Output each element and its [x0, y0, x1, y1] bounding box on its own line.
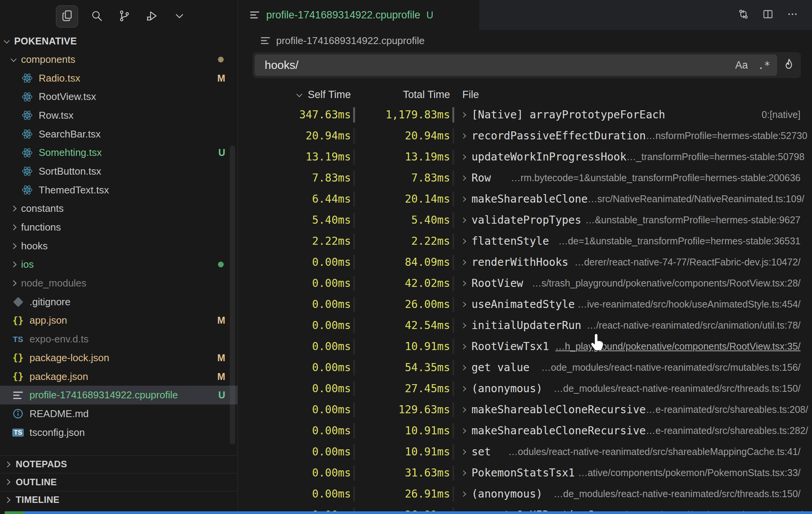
- profile-row[interactable]: 6.44ms20.14msmakeShareableClone…src/Nati…: [238, 188, 812, 210]
- compare-changes-icon[interactable]: [738, 8, 749, 21]
- file-location-link[interactable]: …src/NativeReanimated/NativeReanimated.t…: [588, 193, 812, 205]
- expand-chevron-icon[interactable]: [461, 386, 466, 391]
- tree-file-searchbar-tsx[interactable]: SearchBar.tsx: [0, 125, 237, 144]
- panel-notepads[interactable]: NOTEPADS: [0, 455, 237, 473]
- profile-row[interactable]: 20.94ms20.94msrecordPassiveEffectDuratio…: [238, 125, 812, 146]
- split-editor-icon[interactable]: [762, 8, 774, 21]
- expand-chevron-icon[interactable]: [461, 196, 466, 201]
- tree-file-radio-tsx[interactable]: Radio.tsxM: [0, 69, 237, 88]
- file-location-link[interactable]: …ode_modules/react-native-reanimated/src…: [541, 362, 812, 373]
- file-location-link[interactable]: …de_modules/react-native-reanimated/src/…: [553, 383, 812, 394]
- expand-chevron-icon[interactable]: [461, 175, 466, 180]
- profile-row[interactable]: 2.22ms2.22msflattenStyle…de=1&unstable_t…: [238, 231, 812, 252]
- tree-file-tsconfig-json[interactable]: TStsconfig.json: [0, 423, 237, 442]
- tree-file-readme-md[interactable]: README.md: [0, 404, 237, 423]
- profile-row[interactable]: 0.00ms42.54msinitialUpdaterRun…/react-na…: [238, 315, 812, 336]
- tree-file-expo-env-d-ts[interactable]: TSexpo-env.d.ts: [0, 330, 237, 349]
- tree-folder-ios[interactable]: ios: [0, 255, 237, 274]
- file-location-link[interactable]: …e-reanimated/src/shareables.ts:282/: [646, 425, 812, 436]
- activity-explorer-button[interactable]: [56, 5, 78, 28]
- profile-row[interactable]: 7.83ms7.83msRow…rm.bytecode=1&unstable_t…: [238, 167, 812, 188]
- profile-row[interactable]: 0.00ms10.91msset…odules/react-native-rea…: [238, 441, 812, 462]
- tree-file-app-json[interactable]: {}app.jsonM: [0, 311, 237, 330]
- sidebar-scrollbar[interactable]: [230, 146, 235, 444]
- expand-chevron-icon[interactable]: [461, 259, 466, 265]
- file-location-link[interactable]: …s/trash_playground/pokenative/component…: [532, 278, 812, 289]
- flame-graph-toggle[interactable]: [777, 58, 801, 72]
- expand-chevron-icon[interactable]: [461, 112, 466, 117]
- file-location-link[interactable]: …e-reanimated/src/shareables.ts:208/: [646, 404, 812, 415]
- activity-debug-button[interactable]: [142, 7, 161, 26]
- tree-file-rootview-tsx[interactable]: RootView.tsx: [0, 87, 237, 106]
- tab-cpuprofile[interactable]: profile-1741689314922.cpuprofile U: [238, 0, 479, 30]
- match-case-toggle[interactable]: Aa: [735, 59, 748, 71]
- activity-source-control-button[interactable]: [115, 7, 133, 26]
- expand-chevron-icon[interactable]: [461, 238, 466, 244]
- file-location-link[interactable]: …&unstable_transformProfile=hermes-stabl…: [585, 214, 812, 226]
- tree-file-package-json[interactable]: {}package.jsonM: [0, 367, 237, 386]
- breadcrumb[interactable]: profile-1741689314922.cpuprofile: [238, 30, 812, 51]
- panel-outline[interactable]: OUTLINE: [0, 473, 237, 491]
- file-location-link[interactable]: …ative/components/pokemon/PokemonStats.t…: [578, 467, 812, 478]
- profile-row[interactable]: 0.00ms26.91ms(anonymous)…de_modules/reac…: [238, 483, 812, 504]
- profile-row[interactable]: 347.63ms1,179.83ms[Native] arrayPrototyp…: [238, 104, 812, 125]
- file-location-link[interactable]: …h_playground/pokenative/components/Root…: [555, 341, 812, 352]
- expand-chevron-icon[interactable]: [461, 470, 466, 475]
- tree-file--gitignore[interactable]: .gitignore: [0, 293, 237, 311]
- file-location-link[interactable]: …/react-native-reanimated/src/animation/…: [586, 320, 812, 331]
- tree-file-sortbutton-tsx[interactable]: SortButton.tsx: [0, 162, 237, 181]
- expand-chevron-icon[interactable]: [461, 280, 466, 286]
- file-location-link[interactable]: …de=1&unstable_transformProfile=hermes-s…: [558, 236, 812, 247]
- profile-row[interactable]: 0.00ms26.00msuseAnimatedStyle…ive-reanim…: [238, 294, 812, 315]
- file-location-link[interactable]: …derer/react-native-74-77/ReactFabric-de…: [575, 257, 812, 268]
- regex-toggle[interactable]: .*: [758, 59, 770, 71]
- profile-row[interactable]: 13.19ms13.19msupdateWorkInProgressHook…_…: [238, 146, 812, 167]
- project-root-header[interactable]: POKENATIVE: [0, 32, 242, 50]
- expand-chevron-icon[interactable]: [461, 365, 466, 370]
- file-location-link[interactable]: …rm.bytecode=1&unstable_transformProfile…: [511, 172, 812, 183]
- profile-row[interactable]: 0.00ms10.91msmakeShareableCloneRecursive…: [238, 420, 812, 441]
- expand-chevron-icon[interactable]: [461, 217, 466, 223]
- expand-chevron-icon[interactable]: [461, 322, 466, 328]
- filter-input[interactable]: [264, 58, 725, 72]
- tree-folder-hooks[interactable]: hooks: [0, 237, 237, 255]
- tree-folder-functions[interactable]: functions: [0, 218, 237, 237]
- tree-file-package-lock-json[interactable]: {}package-lock.jsonM: [0, 349, 237, 367]
- profile-row[interactable]: 0.00ms31.63msPokemonStatsTsx1…ative/comp…: [238, 462, 812, 483]
- tree-file-somehting-tsx[interactable]: Somehting.tsxU: [0, 143, 237, 162]
- tree-file-themedtext-tsx[interactable]: ThemedText.tsx: [0, 181, 237, 200]
- profile-row[interactable]: 5.40ms5.40msvalidatePropTypes…&unstable_…: [238, 210, 812, 231]
- expand-chevron-icon[interactable]: [461, 133, 466, 138]
- file-location-link[interactable]: …odules/react-native-reanimated/src/shar…: [508, 446, 812, 457]
- activity-search-button[interactable]: [87, 7, 106, 26]
- profile-row[interactable]: 0.00ms27.45ms(anonymous)…de_modules/reac…: [238, 378, 812, 399]
- tree-file-profile-1741689314922-cpuprofile[interactable]: profile-1741689314922.cpuprofileU: [0, 386, 237, 404]
- expand-chevron-icon[interactable]: [461, 407, 466, 412]
- expand-chevron-icon[interactable]: [461, 154, 466, 159]
- tree-folder-components[interactable]: components: [0, 50, 237, 69]
- column-file[interactable]: File: [456, 85, 812, 104]
- panel-timeline[interactable]: TIMELINE: [0, 491, 237, 509]
- profile-row[interactable]: 0.00ms42.02msRootView…s/trash_playground…: [238, 273, 812, 294]
- file-location-link[interactable]: …de_modules/react-native-reanimated/src/…: [553, 488, 812, 499]
- profile-row[interactable]: 0.00ms84.09msrenderWithHooks…derer/react…: [238, 252, 812, 273]
- column-total-time[interactable]: Total Time: [357, 85, 450, 104]
- expand-chevron-icon[interactable]: [461, 449, 466, 454]
- expand-chevron-icon[interactable]: [461, 301, 466, 307]
- profile-row[interactable]: 0.00ms54.35msget value…ode_modules/react…: [238, 357, 812, 378]
- file-location-link[interactable]: 0:[native]: [762, 109, 812, 120]
- expand-chevron-icon[interactable]: [461, 491, 466, 496]
- tree-file-row-tsx[interactable]: Row.tsx: [0, 106, 237, 125]
- profile-row[interactable]: 0.00ms129.63msmakeShareableCloneRecursiv…: [238, 399, 812, 420]
- column-self-time[interactable]: Self Time: [238, 85, 351, 104]
- activity-chevron-down-button[interactable]: [170, 7, 188, 26]
- file-location-link[interactable]: …nsformProfile=hermes-stable:52730: [646, 130, 812, 141]
- tree-folder-constants[interactable]: constants: [0, 200, 237, 218]
- more-actions-icon[interactable]: [787, 8, 798, 21]
- expand-chevron-icon[interactable]: [461, 428, 466, 433]
- file-location-link[interactable]: …_transformProfile=hermes-stable:50798: [627, 151, 812, 162]
- profile-row[interactable]: 0.00ms10.91msRootViewTsx1…h_playground/p…: [238, 336, 812, 357]
- expand-chevron-icon[interactable]: [461, 344, 466, 349]
- tree-folder-node-modules[interactable]: node_modules: [0, 274, 237, 293]
- file-location-link[interactable]: …ive-reanimated/src/hook/useAnimatedStyl…: [578, 299, 812, 310]
